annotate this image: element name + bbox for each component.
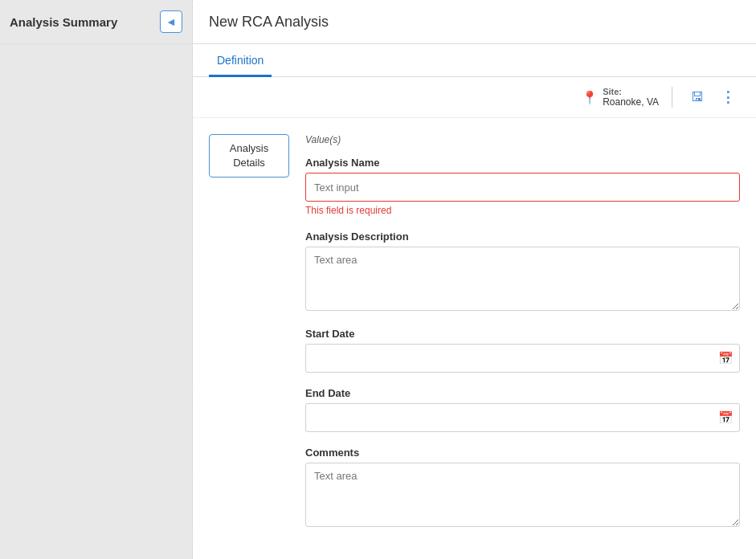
page-title: New RCA Analysis xyxy=(209,14,329,31)
toolbar: 📍 Site: Roanoke, VA 🖫 ⋮ xyxy=(193,77,756,118)
start-date-label: Start Date xyxy=(305,328,740,340)
form-panel: Value(s) Analysis Name This field is req… xyxy=(305,134,740,543)
end-date-group: End Date 📅 xyxy=(305,387,740,432)
site-info: 📍 Site: Roanoke, VA xyxy=(582,87,672,108)
more-options-button[interactable]: ⋮ xyxy=(716,85,740,109)
main-content: New RCA Analysis Definition 📍 Site: Roan… xyxy=(193,0,756,559)
tab-definition[interactable]: Definition xyxy=(209,44,272,77)
start-date-wrapper: 📅 xyxy=(305,344,740,373)
analysis-details-nav[interactable]: AnalysisDetails xyxy=(209,134,289,177)
sidebar-body xyxy=(0,44,192,559)
end-date-label: End Date xyxy=(305,387,740,399)
nav-panel: AnalysisDetails xyxy=(209,134,289,543)
site-details: Site: Roanoke, VA xyxy=(603,87,659,108)
toolbar-actions: 🖫 ⋮ xyxy=(672,85,740,109)
sidebar-toggle-button[interactable]: ◄ xyxy=(160,10,182,33)
main-header: New RCA Analysis xyxy=(193,0,756,44)
analysis-name-error: This field is required xyxy=(305,205,740,216)
site-label: Site: xyxy=(603,87,659,96)
comments-input[interactable] xyxy=(305,463,740,527)
end-date-input[interactable] xyxy=(305,403,740,432)
analysis-description-group: Analysis Description xyxy=(305,231,740,313)
comments-group: Comments xyxy=(305,447,740,529)
toggle-icon: ◄ xyxy=(166,15,177,28)
comments-label: Comments xyxy=(305,447,740,459)
save-button[interactable]: 🖫 xyxy=(685,85,709,109)
start-date-group: Start Date 📅 xyxy=(305,328,740,373)
site-value: Roanoke, VA xyxy=(603,96,659,108)
save-icon: 🖫 xyxy=(691,90,704,104)
end-date-wrapper: 📅 xyxy=(305,403,740,432)
sidebar: Analysis Summary ◄ xyxy=(0,0,193,559)
analysis-name-input[interactable] xyxy=(305,173,740,202)
tab-bar: Definition xyxy=(193,44,756,77)
content-area: AnalysisDetails Value(s) Analysis Name T… xyxy=(193,118,756,559)
sidebar-title: Analysis Summary xyxy=(10,15,117,29)
analysis-description-label: Analysis Description xyxy=(305,231,740,243)
sidebar-header: Analysis Summary ◄ xyxy=(0,0,192,44)
analysis-description-input[interactable] xyxy=(305,247,740,311)
analysis-name-group: Analysis Name This field is required xyxy=(305,157,740,216)
more-icon: ⋮ xyxy=(721,88,736,106)
start-date-input[interactable] xyxy=(305,344,740,373)
values-label: Value(s) xyxy=(305,134,740,145)
location-pin-icon: 📍 xyxy=(582,90,598,105)
analysis-name-label: Analysis Name xyxy=(305,157,740,169)
